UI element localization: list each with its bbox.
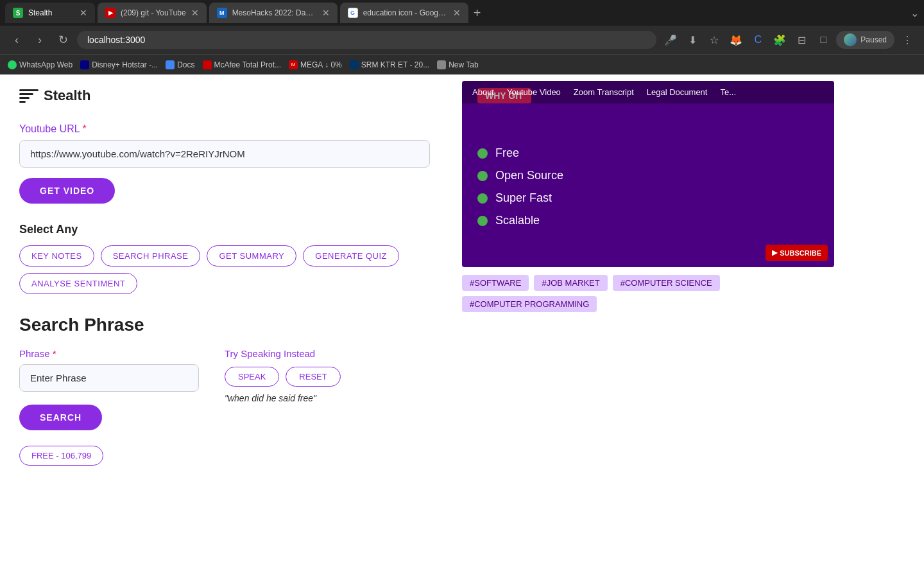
get-video-button[interactable]: GET VIDEO xyxy=(19,178,115,204)
tab-mesohacks[interactable]: M MesoHacks 2022: Dashboard ✕ xyxy=(209,3,338,23)
bookmark-label-mcafee: McAfee Total Prot... xyxy=(214,60,282,69)
search-button[interactable]: SEARCH xyxy=(19,405,102,430)
paused-button[interactable]: Paused xyxy=(836,31,894,49)
toolbar-icons: 🎤 ⬇ ☆ 🦊 C 🧩 ⊟ □ Paused ⋮ xyxy=(662,31,916,49)
download-icon[interactable]: ⬇ xyxy=(683,31,701,49)
search-phrase-columns: Phrase * SEARCH FREE - 106,799 Try Speak… xyxy=(19,348,430,466)
video-nav-legal[interactable]: Legal Document xyxy=(647,87,708,97)
tag-software[interactable]: #SOFTWARE xyxy=(462,275,529,291)
select-any-label: Select Any xyxy=(19,223,430,236)
tab-google[interactable]: G education icon - Google Search... ✕ xyxy=(340,3,468,23)
green-dot-free xyxy=(477,148,488,159)
feature-open-source: Open Source xyxy=(477,169,819,182)
video-nav-more[interactable]: Te... xyxy=(720,87,736,97)
video-features: Free Open Source Super Fast Scalable xyxy=(462,134,834,240)
tag-computer-science[interactable]: #COMPUTER SCIENCE xyxy=(613,275,720,291)
subscribe-label: SUBSCRIBE xyxy=(780,249,821,257)
try-speaking-col: Try Speaking Instead SPEAK RESET "when d… xyxy=(225,348,430,466)
bookmark-label-whatsapp: WhatsApp Web xyxy=(19,60,73,69)
left-panel: Stealth Youtube URL * GET VIDEO Select A… xyxy=(0,74,449,578)
tab-close-mesohacks[interactable]: ✕ xyxy=(322,8,330,17)
puzzle-icon[interactable]: 🧩 xyxy=(771,31,789,49)
youtube-url-input[interactable] xyxy=(19,140,430,168)
back-button[interactable]: ‹ xyxy=(8,31,26,49)
green-dot-super-fast xyxy=(477,193,488,204)
bookmark-label-srm: SRM KTR ET - 20... xyxy=(361,60,429,69)
bookmark-docs[interactable]: Docs xyxy=(166,60,194,69)
bookmark-whatsapp[interactable]: WhatsApp Web xyxy=(8,60,73,69)
pills-container: KEY NOTES SEARCH PHRASE GET SUMMARY GENE… xyxy=(19,245,430,294)
tab-close-stealth[interactable]: ✕ xyxy=(80,8,87,17)
menu-icon[interactable]: ⋮ xyxy=(898,31,916,49)
forward-button[interactable]: › xyxy=(31,31,49,49)
bookmark-mcafee[interactable]: McAfee Total Prot... xyxy=(203,60,282,69)
bookmark-mega[interactable]: M MEGA ↓ 0% xyxy=(289,60,342,69)
tab-favicon-youtube: ▶ xyxy=(105,8,116,18)
phrase-input[interactable] xyxy=(19,364,199,392)
logo: Stealth xyxy=(19,87,430,104)
bookmark-newtab[interactable]: New Tab xyxy=(437,60,478,69)
new-tab-button[interactable]: + xyxy=(474,6,481,21)
tab-list-button[interactable]: ⌄ xyxy=(911,7,919,19)
feature-scalable: Scalable xyxy=(477,214,819,227)
youtube-url-label: Youtube URL * xyxy=(19,123,430,135)
address-input[interactable] xyxy=(77,31,656,49)
avatar xyxy=(844,33,857,46)
tab-favicon-stealth: S xyxy=(13,8,23,18)
logo-line-1 xyxy=(19,89,38,91)
bookmark-icon[interactable]: ☆ xyxy=(705,31,723,49)
bookmark-favicon-srm xyxy=(350,60,359,69)
subscribe-button[interactable]: ▶ SUBSCRIBE xyxy=(766,245,828,261)
bookmarks-bar: WhatsApp Web Disney+ Hotstar -... Docs M… xyxy=(0,54,924,74)
tab-close-youtube[interactable]: ✕ xyxy=(191,8,199,17)
tab-stealth[interactable]: S Stealth ✕ xyxy=(5,3,95,23)
pill-search-phrase[interactable]: SEARCH PHRASE xyxy=(101,245,201,267)
youtube-url-section: Youtube URL * GET VIDEO xyxy=(19,123,430,204)
tag-job-market[interactable]: #JOB MARKET xyxy=(534,275,607,291)
video-nav-youtube[interactable]: Youtube Video xyxy=(507,87,561,97)
chrome-extension-icon[interactable]: C xyxy=(749,31,767,49)
tab-title-mesohacks: MesoHacks 2022: Dashboard xyxy=(232,8,317,17)
tag-computer-programming[interactable]: #COMPUTER PROGRAMMING xyxy=(462,296,597,312)
profile-icon[interactable]: □ xyxy=(814,31,832,49)
right-panel: About Youtube Video Zoom Transcript Lega… xyxy=(449,74,847,578)
sidebar-toggle-icon[interactable]: ⊟ xyxy=(792,31,810,49)
logo-text: Stealth xyxy=(44,87,90,104)
speak-button[interactable]: SPEAK xyxy=(225,367,279,387)
bookmark-favicon-newtab xyxy=(437,60,446,69)
browser-chrome: S Stealth ✕ ▶ (209) git - YouTube ✕ M Me… xyxy=(0,0,924,74)
feature-label-scalable: Scalable xyxy=(495,214,540,227)
video-nav-zoom[interactable]: Zoom Transcript xyxy=(574,87,634,97)
bookmark-favicon-docs xyxy=(166,60,175,69)
bookmark-favicon-whatsapp xyxy=(8,60,17,69)
tab-youtube[interactable]: ▶ (209) git - YouTube ✕ xyxy=(98,3,207,23)
address-bar: ‹ › ↻ 🎤 ⬇ ☆ 🦊 C 🧩 ⊟ □ Paused ⋮ xyxy=(0,26,924,54)
bookmark-label-mega: MEGA ↓ 0% xyxy=(300,60,342,69)
feature-label-super-fast: Super Fast xyxy=(495,191,552,205)
video-container: About Youtube Video Zoom Transcript Lega… xyxy=(462,81,834,267)
reset-button[interactable]: RESET xyxy=(286,367,340,387)
reload-button[interactable]: ↻ xyxy=(54,31,72,49)
pill-get-summary[interactable]: GET SUMMARY xyxy=(207,245,296,267)
microphone-icon[interactable]: 🎤 xyxy=(662,31,680,49)
tab-close-google[interactable]: ✕ xyxy=(453,8,461,17)
feature-super-fast: Super Fast xyxy=(477,191,819,205)
bookmark-favicon-mcafee xyxy=(203,60,212,69)
bookmark-label-disney: Disney+ Hotstar -... xyxy=(92,60,158,69)
video-nav-about[interactable]: About xyxy=(472,87,494,97)
logo-icon xyxy=(19,89,38,103)
extensions-icon[interactable]: 🦊 xyxy=(727,31,745,49)
pill-keynotes[interactable]: KEY NOTES xyxy=(19,245,94,267)
bookmark-disney[interactable]: Disney+ Hotstar -... xyxy=(80,60,158,69)
pill-analyse-sentiment[interactable]: ANALYSE SENTIMENT xyxy=(19,273,137,294)
required-asterisk: * xyxy=(82,123,86,134)
select-any-section: Select Any KEY NOTES SEARCH PHRASE GET S… xyxy=(19,223,430,294)
result-tag-free[interactable]: FREE - 106,799 xyxy=(19,446,103,466)
bookmark-srm[interactable]: SRM KTR ET - 20... xyxy=(350,60,429,69)
logo-line-3 xyxy=(19,97,30,99)
pill-generate-quiz[interactable]: GENERATE QUIZ xyxy=(303,245,399,267)
page-content: Stealth Youtube URL * GET VIDEO Select A… xyxy=(0,74,924,578)
logo-line-2 xyxy=(19,93,33,95)
phrase-asterisk: * xyxy=(53,348,56,359)
subscribe-play-icon: ▶ xyxy=(772,249,777,257)
